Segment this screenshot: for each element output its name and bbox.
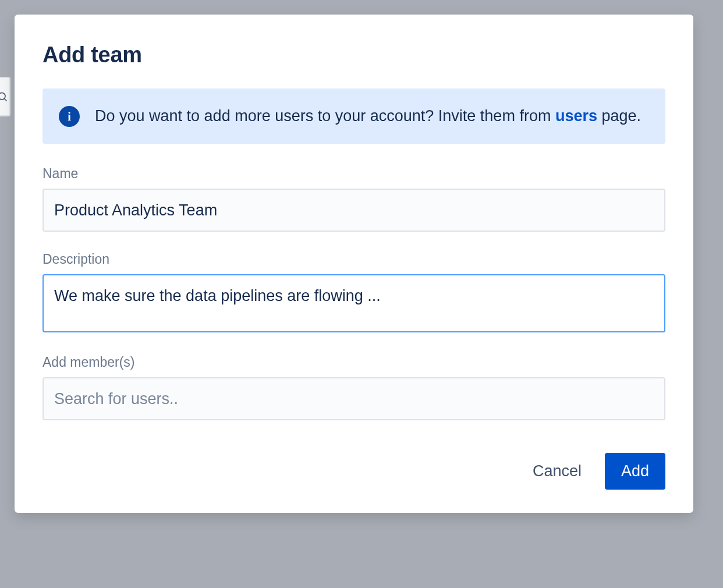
modal-button-row: Cancel Add <box>42 453 665 490</box>
info-banner: i Do you want to add more users to your … <box>42 88 665 144</box>
background-search-field <box>0 77 10 116</box>
cancel-button[interactable]: Cancel <box>528 453 586 490</box>
description-input[interactable]: We make sure the data pipelines are flow… <box>42 274 665 332</box>
members-search-input[interactable] <box>42 377 665 420</box>
add-team-modal: Add team i Do you want to add more users… <box>15 15 693 513</box>
info-text-before: Do you want to add more users to your ac… <box>95 107 555 125</box>
name-label: Name <box>42 166 665 182</box>
description-field-group: Description We make sure the data pipeli… <box>42 252 665 335</box>
info-banner-text: Do you want to add more users to your ac… <box>95 105 641 127</box>
svg-line-1 <box>5 99 7 101</box>
name-input[interactable] <box>42 189 665 232</box>
add-button[interactable]: Add <box>605 453 665 490</box>
modal-title: Add team <box>42 42 665 68</box>
svg-point-0 <box>0 93 5 100</box>
name-field-group: Name <box>42 166 665 232</box>
info-icon: i <box>59 106 80 127</box>
members-label: Add member(s) <box>42 355 665 370</box>
info-text-after: page. <box>597 107 641 125</box>
members-field-group: Add member(s) <box>42 355 665 420</box>
description-label: Description <box>42 252 665 267</box>
search-icon <box>0 91 8 102</box>
users-link[interactable]: users <box>555 107 597 125</box>
